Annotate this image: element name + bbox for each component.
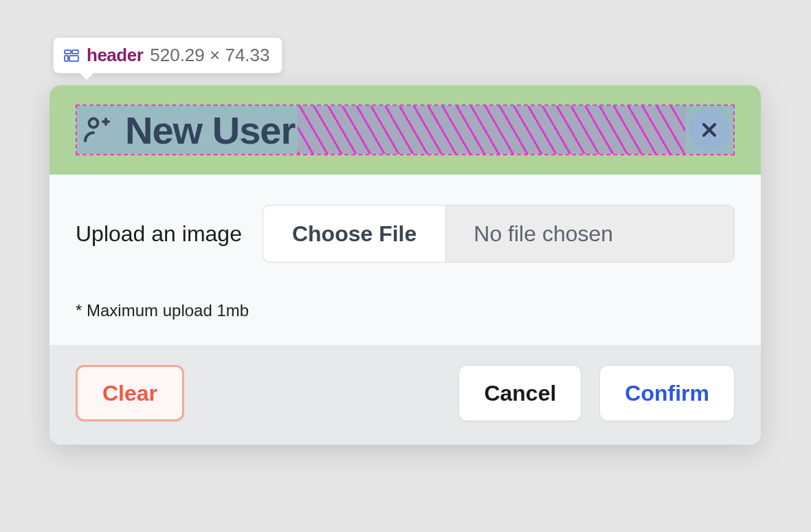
file-status: No file chosen [446,206,734,262]
clear-button[interactable]: Clear [76,365,184,421]
flex-layout-icon [63,47,80,64]
close-button[interactable] [685,106,733,154]
svg-rect-0 [65,50,71,54]
dialog-footer: Clear Cancel Confirm [49,346,761,445]
tooltip-arrow [80,73,93,80]
confirm-button[interactable]: Confirm [599,365,735,421]
svg-rect-1 [72,50,78,54]
close-icon [698,119,720,141]
devtools-tooltip: header 520.29 × 74.33 [53,37,282,74]
devtools-element-name: header [87,45,143,66]
svg-rect-3 [69,56,78,61]
dialog-header: New User [76,104,735,155]
svg-rect-2 [65,56,68,61]
choose-file-button[interactable]: Choose File [263,206,446,262]
upload-row: Upload an image Choose File No file chos… [76,205,735,263]
dialog-header-container: New User [49,85,761,175]
cancel-button[interactable]: Cancel [458,365,581,421]
devtools-dimensions: 520.29 × 74.33 [150,45,269,66]
header-title-group: New User [77,106,298,154]
upload-label: Upload an image [76,221,242,247]
svg-point-4 [89,119,98,128]
upload-hint: * Maximum upload 1mb [76,301,735,320]
dialog-body: Upload an image Choose File No file chos… [49,175,761,346]
close-icon-circle [689,109,730,151]
header-flex-gap [298,106,685,154]
dialog-title: New User [125,108,295,153]
footer-right-group: Cancel Confirm [458,365,735,421]
file-input[interactable]: Choose File No file chosen [263,205,735,263]
user-plus-icon [80,113,113,146]
new-user-dialog: New User Upload an image Choose File No … [49,85,761,445]
